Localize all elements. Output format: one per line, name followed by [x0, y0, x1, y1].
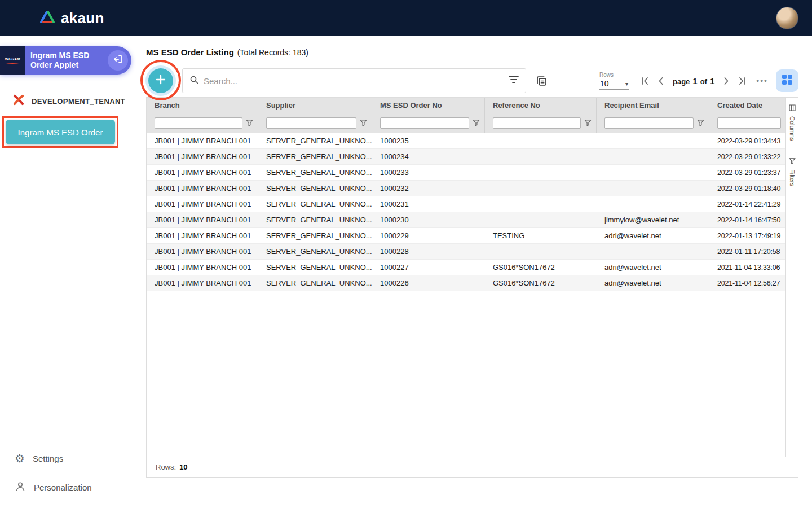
cell-supplier: SERVER_GENERAL_UNKNO... [258, 247, 372, 256]
cell-branch: JB001 | JIMMY BRANCH 001 [147, 279, 258, 287]
table-header-row: Branch Supplier MS ESD Order No Referenc… [147, 98, 785, 113]
cell-branch: JB001 | JIMMY BRANCH 001 [147, 200, 258, 208]
chevron-down-icon: ▾ [625, 81, 628, 87]
table-row[interactable]: JB001 | JIMMY BRANCH 001 SERVER_GENERAL_… [147, 149, 785, 165]
table-footer: Rows: 10 [147, 457, 798, 477]
filter-input-recipient-email[interactable] [604, 117, 694, 129]
cell-created-date: 2022-01-14 22:41:29 [709, 200, 785, 208]
more-options-button[interactable]: ••• [756, 76, 768, 85]
sidebar-item-ingram-ms-esd-order[interactable]: Ingram MS ESD Order [6, 120, 115, 144]
cell-branch: JB001 | JIMMY BRANCH 001 [147, 247, 258, 256]
annotation-rect: Ingram MS ESD Order [2, 116, 118, 148]
total-records: (Total Records: 183) [237, 48, 308, 57]
column-header-branch[interactable]: Branch [147, 98, 258, 113]
filters-panel-toggle[interactable]: Filters [789, 156, 796, 186]
cell-branch: JB001 | JIMMY BRANCH 001 [147, 137, 258, 145]
rows-per-page-select[interactable]: Rows 10 ▾ [599, 72, 629, 90]
filter-input-reference-no[interactable] [493, 117, 581, 129]
table-row[interactable]: JB001 | JIMMY BRANCH 001 SERVER_GENERAL_… [147, 133, 785, 149]
exit-applet-button[interactable] [108, 50, 128, 71]
columns-panel-toggle[interactable]: Columns [789, 103, 796, 141]
first-page-button[interactable] [639, 73, 652, 88]
table-row[interactable]: JB001 | JIMMY BRANCH 001 SERVER_GENERAL_… [147, 165, 785, 181]
column-header-order-no[interactable]: MS ESD Order No [372, 98, 485, 113]
column-header-created-date[interactable]: Created Date [709, 98, 785, 113]
table-row[interactable]: JB001 | JIMMY BRANCH 001 SERVER_GENERAL_… [147, 244, 785, 260]
column-header-supplier[interactable]: Supplier [258, 98, 372, 113]
cell-reference-no: GS016*SON17672 [485, 263, 597, 271]
columns-icon [789, 103, 796, 113]
add-record-button[interactable] [148, 68, 173, 93]
cell-created-date: 2022-03-29 01:18:40 [709, 185, 785, 192]
tenant-row[interactable]: DEVELOPMENT_TENANT [0, 94, 121, 108]
sidebar-footer: ⚙ Settings Personalization [0, 444, 121, 508]
cell-order-no: 1000235 [372, 137, 485, 145]
search-input[interactable] [204, 76, 504, 86]
filter-input-order-no[interactable] [380, 117, 469, 129]
tenant-icon [12, 94, 25, 108]
sidebar-item-settings[interactable]: ⚙ Settings [0, 444, 121, 472]
cell-supplier: SERVER_GENERAL_UNKNO... [258, 216, 372, 224]
table-row[interactable]: JB001 | JIMMY BRANCH 001 SERVER_GENERAL_… [147, 181, 785, 196]
cell-created-date: 2022-03-29 01:23:37 [709, 169, 785, 177]
cell-reference-no: GS016*SON17672 [485, 279, 597, 287]
tenant-name: DEVELOPMENT_TENANT [32, 97, 125, 106]
next-page-button[interactable] [719, 73, 732, 88]
applet-title: Ingram MS ESD Order Applet [30, 51, 99, 70]
cell-supplier: SERVER_GENERAL_UNKNO... [258, 263, 372, 271]
user-avatar[interactable] [776, 7, 798, 29]
logout-icon [113, 54, 123, 67]
sidebar-item-personalization[interactable]: Personalization [0, 472, 121, 502]
ingram-logo-icon: INGRAM [0, 46, 25, 75]
funnel-icon[interactable] [360, 119, 367, 126]
plus-icon [155, 74, 166, 87]
cell-reference-no: TESTING [485, 231, 597, 240]
cell-created-date: 2022-03-29 01:34:43 [709, 137, 785, 145]
table-side-toolbar: Columns Filters [785, 98, 798, 457]
table-empty-area [147, 291, 785, 457]
column-header-reference-no[interactable]: Reference No [485, 98, 597, 113]
table-row[interactable]: JB001 | JIMMY BRANCH 001 SERVER_GENERAL_… [147, 196, 785, 212]
table-row[interactable]: JB001 | JIMMY BRANCH 001 SERVER_GENERAL_… [147, 212, 785, 228]
filter-input-supplier[interactable] [266, 117, 356, 129]
filter-input-created-date[interactable] [717, 117, 781, 129]
brand-logo: akaun [39, 10, 104, 27]
search-icon [189, 75, 199, 87]
brand-name: akaun [61, 10, 104, 27]
cell-supplier: SERVER_GENERAL_UNKNO... [258, 184, 372, 192]
cell-branch: JB001 | JIMMY BRANCH 001 [147, 216, 258, 224]
gear-icon: ⚙ [15, 453, 25, 464]
funnel-icon[interactable] [473, 119, 480, 126]
filter-list-icon[interactable] [509, 76, 519, 86]
footer-rows-label: Rows: [156, 463, 176, 471]
grid-view-button[interactable] [776, 69, 798, 92]
cell-branch: JB001 | JIMMY BRANCH 001 [147, 184, 258, 192]
applet-header[interactable]: INGRAM Ingram MS ESD Order Applet [0, 46, 131, 75]
main-content: MS ESD Order Listing (Total Records: 183… [121, 36, 812, 508]
cell-recipient-email: adri@wavelet.net [597, 263, 709, 271]
table-row[interactable]: JB001 | JIMMY BRANCH 001 SERVER_GENERAL_… [147, 260, 785, 275]
filter-input-branch[interactable] [155, 117, 242, 129]
table-row[interactable]: JB001 | JIMMY BRANCH 001 SERVER_GENERAL_… [147, 228, 785, 244]
cell-order-no: 1000230 [372, 216, 485, 224]
rows-label: Rows [599, 72, 629, 78]
funnel-icon[interactable] [697, 119, 704, 126]
funnel-icon[interactable] [584, 119, 592, 126]
cell-supplier: SERVER_GENERAL_UNKNO... [258, 200, 372, 208]
last-page-button[interactable] [735, 73, 748, 88]
cell-order-no: 1000234 [372, 152, 485, 161]
table-row[interactable]: JB001 | JIMMY BRANCH 001 SERVER_GENERAL_… [147, 275, 785, 291]
settings-label: Settings [33, 454, 63, 463]
cell-supplier: SERVER_GENERAL_UNKNO... [258, 279, 372, 287]
funnel-icon[interactable] [246, 119, 253, 126]
personalization-label: Personalization [34, 483, 92, 492]
search-bar[interactable] [182, 68, 526, 93]
cell-order-no: 1000227 [372, 263, 485, 271]
filters-label: Filters [789, 169, 796, 186]
order-listing-table: Branch Supplier MS ESD Order No Referenc… [146, 97, 798, 478]
column-header-recipient-email[interactable]: Recipient Email [597, 98, 709, 113]
cell-order-no: 1000226 [372, 279, 485, 287]
duplicate-icon[interactable] [536, 76, 547, 86]
prev-page-button[interactable] [655, 73, 668, 88]
cell-created-date: 2021-11-04 13:33:06 [709, 264, 785, 271]
